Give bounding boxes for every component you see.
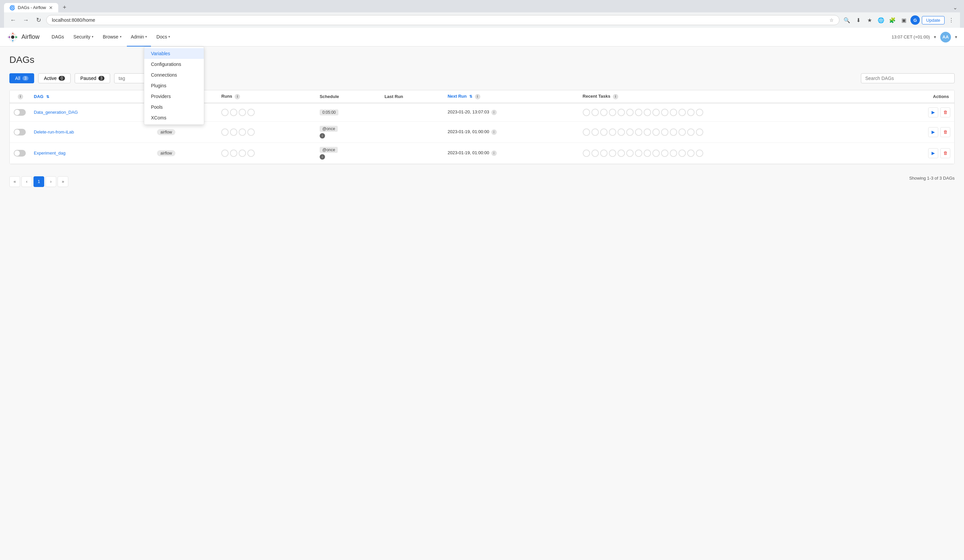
- dag-toggle-2[interactable]: [14, 150, 26, 157]
- nav-docs[interactable]: Docs ▾: [152, 28, 174, 47]
- update-button[interactable]: Update: [922, 16, 944, 24]
- task-circle: [661, 109, 668, 116]
- dag-toggle-0[interactable]: [14, 109, 26, 116]
- task-circle: [696, 149, 703, 157]
- last-run-cell: [381, 122, 444, 143]
- first-page-button[interactable]: «: [9, 176, 20, 187]
- dag-sort-icon: ⇅: [46, 95, 49, 99]
- task-circle: [609, 128, 616, 136]
- user-chevron-icon[interactable]: ▾: [955, 34, 957, 39]
- dag-name-link[interactable]: Experiment_dag: [34, 151, 66, 156]
- dag-col-header[interactable]: DAG ⇅: [30, 90, 153, 103]
- dropdown-item-providers[interactable]: Providers: [144, 91, 204, 102]
- nav-security[interactable]: Security ▾: [69, 28, 98, 47]
- task-circle: [644, 128, 651, 136]
- puzzle-icon[interactable]: 🧩: [887, 15, 897, 25]
- screen-icon[interactable]: ▣: [899, 15, 909, 25]
- tab-close-icon[interactable]: ✕: [49, 5, 53, 10]
- task-circle: [635, 109, 642, 116]
- bookmark-icon[interactable]: ★: [865, 15, 874, 25]
- next-page-button[interactable]: ›: [46, 176, 56, 187]
- nav-browse[interactable]: Browse ▾: [99, 28, 125, 47]
- runs-col-header: Runs i: [217, 90, 316, 103]
- datetime-display: 13:07 CET (+01:00): [892, 34, 930, 39]
- nav-dags[interactable]: DAGs: [47, 28, 68, 47]
- dropdown-item-xcoms[interactable]: XComs: [144, 112, 204, 123]
- dag-name-link[interactable]: Delete-run-from-iLab: [34, 130, 74, 135]
- next-run-info-icon[interactable]: i: [491, 130, 497, 135]
- next-run-info-icon[interactable]: i: [491, 151, 497, 156]
- browser-profile-button[interactable]: G: [910, 15, 920, 25]
- nextrun-sort-icon: ⇅: [469, 94, 472, 99]
- browser-menu-chevron[interactable]: ⌄: [950, 3, 960, 12]
- task-circle: [635, 149, 642, 157]
- filter-all-count: 3: [23, 76, 29, 81]
- app-logo: Airflow: [7, 31, 39, 43]
- current-page-button[interactable]: 1: [34, 176, 44, 187]
- docs-chevron-icon: ▾: [168, 35, 170, 39]
- runs-info-icon[interactable]: i: [234, 94, 240, 99]
- filter-all-button[interactable]: All 3: [9, 73, 34, 83]
- task-circle: [626, 128, 633, 136]
- nav-admin[interactable]: Admin ▾: [127, 28, 151, 47]
- schedule-info-icon[interactable]: i: [320, 133, 325, 138]
- dag-name-link[interactable]: Data_generation_DAG: [34, 110, 78, 115]
- actions-col-header: Actions: [883, 90, 954, 103]
- search-icon[interactable]: 🔍: [842, 15, 852, 25]
- browse-chevron-icon: ▾: [120, 35, 122, 39]
- last-run-cell: [381, 143, 444, 164]
- translate-icon[interactable]: 🌐: [876, 15, 886, 25]
- address-bar[interactable]: localhost:8080/home ☆: [46, 15, 839, 25]
- dropdown-item-pools[interactable]: Pools: [144, 102, 204, 112]
- schedule-info-icon[interactable]: i: [320, 154, 325, 159]
- task-circle: [609, 149, 616, 157]
- schedule-col-header: Schedule: [316, 90, 381, 103]
- task-circle: [661, 128, 668, 136]
- nextrun-info-icon[interactable]: i: [475, 94, 480, 99]
- reload-button[interactable]: ↻: [34, 15, 44, 25]
- play-dag-button[interactable]: ▶: [928, 107, 938, 117]
- task-circle: [609, 109, 616, 116]
- play-dag-button[interactable]: ▶: [928, 148, 938, 158]
- play-dag-button[interactable]: ▶: [928, 127, 938, 137]
- task-circle: [679, 149, 686, 157]
- back-button[interactable]: ←: [8, 15, 18, 25]
- delete-dag-button[interactable]: 🗑: [940, 148, 950, 158]
- prev-page-button[interactable]: ‹: [21, 176, 32, 187]
- timezone-chevron-icon[interactable]: ▾: [934, 34, 936, 39]
- dag-search-input[interactable]: [861, 73, 955, 83]
- filter-active-button[interactable]: Active 0: [38, 73, 71, 83]
- task-circle: [679, 128, 686, 136]
- filter-paused-button[interactable]: Paused 3: [75, 73, 110, 83]
- filter-paused-count: 3: [98, 76, 105, 81]
- active-browser-tab[interactable]: 🌀 DAGs - Airflow ✕: [4, 3, 58, 12]
- task-circle: [670, 149, 677, 157]
- forward-button[interactable]: →: [21, 15, 31, 25]
- run-circle: [248, 149, 255, 157]
- dropdown-item-plugins[interactable]: Plugins: [144, 80, 204, 91]
- dag-toggle-1[interactable]: [14, 129, 26, 135]
- owner-badge: airflow: [157, 129, 175, 135]
- download-icon[interactable]: ⬇: [853, 15, 863, 25]
- dag-col-info-icon[interactable]: i: [18, 94, 23, 99]
- delete-dag-button[interactable]: 🗑: [940, 107, 950, 117]
- user-avatar[interactable]: AA: [940, 32, 951, 42]
- task-circle: [583, 149, 590, 157]
- run-circle: [239, 109, 246, 116]
- next-run-cell: 2023-01-19, 01:00:00i: [443, 143, 578, 164]
- run-circle: [221, 149, 229, 157]
- dropdown-item-connections[interactable]: Connections: [144, 70, 204, 80]
- admin-chevron-icon: ▾: [145, 35, 147, 39]
- tasks-info-icon[interactable]: i: [613, 94, 618, 99]
- schedule-badge: @once: [320, 126, 338, 132]
- dropdown-item-configurations[interactable]: Configurations: [144, 59, 204, 70]
- nextrun-col-header[interactable]: Next Run ⇅ i: [443, 90, 578, 103]
- task-circle: [591, 109, 599, 116]
- next-run-info-icon[interactable]: i: [491, 110, 497, 115]
- more-options-icon[interactable]: ⋮: [946, 15, 956, 25]
- task-circle: [687, 109, 695, 116]
- new-tab-button[interactable]: +: [60, 3, 70, 12]
- last-page-button[interactable]: »: [57, 176, 68, 187]
- delete-dag-button[interactable]: 🗑: [940, 127, 950, 137]
- dropdown-item-variables[interactable]: Variables: [144, 48, 204, 59]
